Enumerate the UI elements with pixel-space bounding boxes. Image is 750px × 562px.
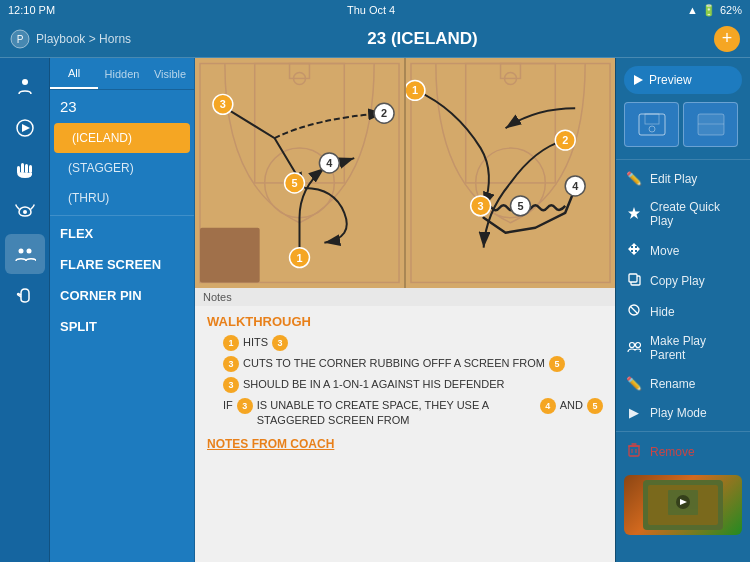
copy-icon — [626, 273, 642, 289]
svg-point-10 — [26, 249, 31, 254]
svg-text:4: 4 — [326, 157, 333, 169]
court-left-svg: 3 2 1 5 4 — [195, 58, 404, 288]
hide-button[interactable]: Hide — [616, 296, 750, 327]
thumb-alt[interactable] — [683, 102, 738, 147]
svg-rect-54 — [629, 274, 637, 282]
status-day: Thu Oct 4 — [347, 4, 395, 16]
play-item-corner-pin[interactable]: CORNER PIN — [50, 280, 194, 311]
svg-text:2: 2 — [381, 107, 387, 119]
play-sidebar: All Hidden Visible 23 (ICELAND) (STAGGER… — [50, 58, 195, 562]
svg-rect-48 — [645, 114, 659, 124]
svg-rect-28 — [200, 228, 260, 283]
svg-text:P: P — [17, 34, 24, 45]
top-nav: P Playbook > Horns 23 (ICELAND) + — [0, 20, 750, 58]
player-badge-3d: 3 — [237, 398, 253, 414]
player-badge-5a: 5 — [549, 356, 565, 372]
play-mode-button[interactable]: ▶ Play Mode — [616, 398, 750, 427]
player-badge-1: 1 — [223, 335, 239, 351]
video-thumbnail[interactable] — [624, 475, 742, 535]
remove-label: Remove — [650, 445, 695, 459]
svg-rect-5 — [25, 164, 28, 173]
court-right-svg: 1 2 3 4 5 — [406, 58, 615, 288]
filter-all[interactable]: All — [50, 58, 98, 89]
svg-rect-59 — [629, 446, 639, 456]
walkthrough-step-1: 1 HITS 3 — [223, 335, 603, 351]
play-mode-icon: ▶ — [626, 405, 642, 420]
move-button[interactable]: Move — [616, 235, 750, 266]
status-bar: 12:10 PM Thu Oct 4 ▲ 🔋 62% — [0, 0, 750, 20]
thumbnail-row — [624, 102, 742, 147]
play-item-split[interactable]: SPLIT — [50, 311, 194, 342]
rename-button[interactable]: ✏️ Rename — [616, 369, 750, 398]
edit-icon: ✏️ — [626, 171, 642, 186]
copy-play-label: Copy Play — [650, 274, 705, 288]
play-item-stagger[interactable]: (STAGGER) — [50, 153, 194, 183]
court-area: 3 2 1 5 4 — [195, 58, 615, 288]
svg-text:3: 3 — [220, 98, 226, 110]
bull-nav-button[interactable] — [5, 192, 45, 232]
status-time: 12:10 PM — [8, 4, 55, 16]
plays-nav-button[interactable] — [5, 108, 45, 148]
play-number: 23 — [50, 90, 194, 123]
svg-line-56 — [630, 306, 638, 314]
hide-label: Hide — [650, 305, 675, 319]
hand-nav-button[interactable] — [5, 150, 45, 190]
remove-button[interactable]: Remove — [616, 436, 750, 467]
notes-from-coach-link[interactable]: NOTES FROM COACH — [207, 437, 603, 451]
play-mode-label: Play Mode — [650, 406, 707, 420]
svg-text:3: 3 — [478, 200, 484, 212]
svg-text:5: 5 — [291, 177, 297, 189]
battery-icon: 🔋 — [702, 4, 716, 17]
play-item-thru[interactable]: (THRU) — [50, 183, 194, 213]
playbook-icon: P — [10, 29, 30, 49]
create-quick-play-label: Create Quick Play — [650, 200, 740, 228]
svg-rect-7 — [17, 166, 20, 173]
rename-icon: ✏️ — [626, 376, 642, 391]
parent-icon — [626, 341, 642, 356]
make-play-parent-label: Make Play Parent — [650, 334, 740, 362]
svg-point-9 — [18, 249, 23, 254]
walkthrough-step-2: 3 CUTS TO THE CORNER RUBBING OFFF A SCRE… — [223, 356, 603, 372]
preview-label: Preview — [649, 73, 692, 87]
thumb-play[interactable] — [624, 102, 679, 147]
player-badge-4: 4 — [540, 398, 556, 414]
trash-icon — [626, 443, 642, 460]
svg-text:4: 4 — [572, 180, 579, 192]
svg-text:5: 5 — [517, 200, 523, 212]
notes-section: Notes WALKTHROUGH 1 HITS 3 3 CUTS TO THE… — [195, 288, 615, 562]
home-nav-button[interactable] — [5, 66, 45, 106]
main-layout: All Hidden Visible 23 (ICELAND) (STAGGER… — [0, 58, 750, 562]
add-button[interactable]: + — [714, 26, 740, 52]
walkthrough-title: WALKTHROUGH — [207, 314, 603, 329]
player-badge-3c: 3 — [223, 377, 239, 393]
breadcrumb[interactable]: P Playbook > Horns — [10, 29, 131, 49]
play-item-flex[interactable]: FLEX — [50, 218, 194, 249]
svg-text:2: 2 — [562, 134, 568, 146]
walkthrough-step-4: IF 3 IS UNABLE TO CREATE SPACE, THEY USE… — [223, 398, 603, 429]
filter-visible[interactable]: Visible — [146, 58, 194, 89]
make-play-parent-button[interactable]: Make Play Parent — [616, 327, 750, 369]
edit-play-button[interactable]: ✏️ Edit Play — [616, 164, 750, 193]
quick-play-icon — [626, 206, 642, 223]
move-icon — [626, 242, 642, 259]
svg-text:1: 1 — [296, 252, 302, 264]
walkthrough-list: 1 HITS 3 3 CUTS TO THE CORNER RUBBING OF… — [207, 335, 603, 429]
svg-marker-52 — [628, 207, 640, 219]
svg-point-58 — [636, 342, 641, 347]
play-icon — [634, 75, 643, 85]
preview-button[interactable]: Preview — [624, 66, 742, 94]
gesture-nav-button[interactable] — [5, 276, 45, 316]
copy-play-button[interactable]: Copy Play — [616, 266, 750, 296]
create-quick-play-button[interactable]: Create Quick Play — [616, 193, 750, 235]
player-badge-3b: 3 — [223, 356, 239, 372]
svg-point-8 — [23, 210, 27, 214]
play-item-iceland[interactable]: (ICELAND) — [54, 123, 190, 153]
svg-point-2 — [22, 79, 28, 85]
menu-divider-2 — [616, 431, 750, 432]
icon-sidebar — [0, 58, 50, 562]
group-nav-button[interactable] — [5, 234, 45, 274]
play-item-flare[interactable]: FLARE SCREEN — [50, 249, 194, 280]
filter-hidden[interactable]: Hidden — [98, 58, 146, 89]
wifi-icon: ▲ — [687, 4, 698, 16]
edit-play-label: Edit Play — [650, 172, 697, 186]
